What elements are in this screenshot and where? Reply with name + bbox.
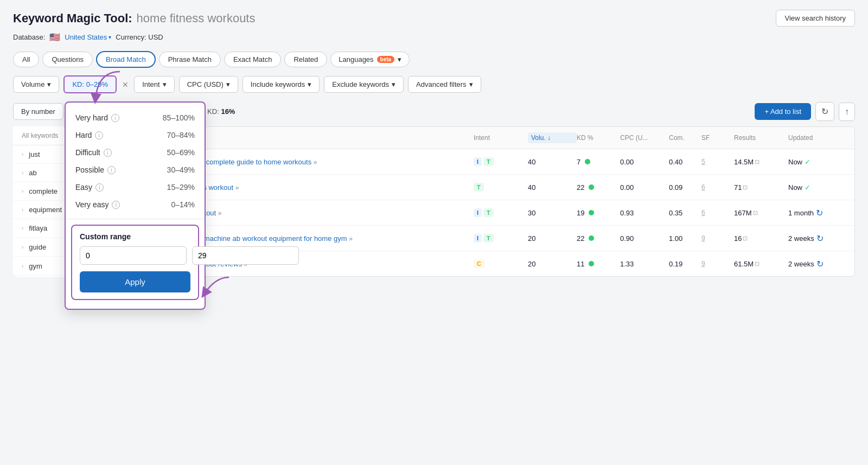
chevron-down-icon: ▾ — [226, 80, 230, 88]
col-com[interactable]: Com. — [669, 132, 701, 143]
kd-filter[interactable]: KD: 0–29% — [63, 75, 117, 93]
expand-icon: › — [22, 207, 23, 213]
kd-filter-close[interactable]: ✕ — [121, 80, 130, 89]
languages-label: Languages — [339, 55, 373, 63]
kd-option-very-easy[interactable]: Very easy i 0–14% — [66, 196, 205, 213]
intent-label: Intent — [142, 80, 160, 88]
info-icon[interactable]: i — [107, 166, 116, 174]
by-number-button[interactable]: By number — [13, 103, 63, 120]
app-title: Keyword Magic Tool: — [13, 11, 132, 26]
updated-value: Now ✓ — [788, 183, 848, 192]
cpc-value: 0.90 — [620, 234, 669, 243]
com-value: 0.09 — [669, 183, 701, 192]
app-query: home fitness workouts — [137, 11, 256, 26]
currency-label: Currency: USD — [116, 33, 163, 41]
database-value: United States — [65, 33, 107, 41]
custom-range-title: Custom range — [80, 232, 190, 241]
results-value: 14.5M ⊡ — [734, 158, 788, 166]
results-value: 167M ⊡ — [734, 209, 788, 217]
avg-kd: 16% — [221, 107, 235, 116]
sidebar-item-label: guide — [29, 243, 46, 251]
sidebar-item-label: equipment — [29, 206, 62, 214]
table-header: Keyword Intent Volu. ↓ KD % CPC (U... Co… — [106, 127, 854, 149]
kd-value: 19 — [577, 209, 620, 217]
col-results[interactable]: Results — [734, 132, 788, 143]
kd-option-easy[interactable]: Easy i 15–29% — [66, 179, 205, 196]
view-history-button[interactable]: View search history — [776, 10, 855, 27]
kd-option-hard[interactable]: Hard i 70–84% — [66, 126, 205, 144]
tab-related[interactable]: Related — [284, 52, 327, 67]
col-kd[interactable]: KD % — [577, 132, 620, 143]
advanced-filters[interactable]: Advanced filters ▾ — [408, 76, 481, 93]
advanced-filters-label: Advanced filters — [416, 80, 467, 88]
exclude-keywords-filter[interactable]: Exclude keywords ▾ — [324, 76, 404, 93]
volume-value: 20 — [528, 234, 577, 243]
volume-filter[interactable]: Volume ▾ — [13, 76, 59, 93]
intent-badges: T — [474, 183, 528, 192]
intent-badges: C — [474, 259, 528, 268]
volume-value: 40 — [528, 158, 577, 166]
info-icon[interactable]: i — [104, 149, 112, 157]
apply-button[interactable]: Apply — [80, 271, 190, 292]
tab-phrase-match[interactable]: Phrase Match — [159, 52, 221, 67]
kd-value: 7 — [577, 158, 620, 166]
kd-difficult-label: Difficult — [75, 148, 100, 157]
sidebar-item-label: ab — [29, 169, 36, 177]
database-selector[interactable]: United States ▾ — [65, 33, 111, 41]
export-button[interactable]: ↑ — [839, 103, 855, 121]
info-icon[interactable]: i — [112, 201, 120, 209]
col-sf[interactable]: SF — [701, 132, 734, 143]
kd-option-very-hard[interactable]: Very hard i 85–100% — [66, 109, 205, 126]
col-updated[interactable]: Updated — [788, 132, 848, 143]
kd-option-difficult[interactable]: Difficult i 50–69% — [66, 144, 205, 161]
info-icon[interactable]: i — [95, 183, 104, 192]
col-cpc[interactable]: CPC (U... — [620, 132, 669, 143]
results-value: 16 ⊡ — [734, 234, 788, 243]
intent-filter[interactable]: Intent ▾ — [134, 76, 175, 93]
us-flag-icon: 🇺🇸 — [49, 32, 60, 42]
cpc-label: CPC (USD) — [187, 80, 224, 88]
kd-option-possible[interactable]: Possible i 30–49% — [66, 161, 205, 179]
tab-questions[interactable]: Questions — [42, 52, 93, 67]
cpc-filter[interactable]: CPC (USD) ▾ — [179, 76, 238, 93]
kd-divider — [66, 219, 205, 219]
cpc-value: 1.33 — [620, 260, 669, 268]
languages-button[interactable]: Languages beta ▾ — [330, 52, 410, 67]
com-value: 0.35 — [669, 209, 701, 217]
volume-value: 30 — [528, 209, 577, 217]
sidebar-item-label: gym — [29, 262, 42, 270]
kd-very-easy-range: 0–14% — [171, 200, 195, 209]
table-row: ⊕ men's fitness the complete guide to ho… — [106, 149, 854, 175]
info-icon[interactable]: i — [95, 131, 103, 139]
kd-easy-label: Easy — [75, 183, 92, 192]
chevron-down-icon: ▾ — [392, 80, 395, 88]
results-value: 61.5M ⊡ — [734, 260, 788, 268]
kd-min-input[interactable] — [80, 246, 187, 265]
kd-hard-range: 70–84% — [167, 131, 195, 139]
include-keywords-filter[interactable]: Include keywords ▾ — [242, 76, 320, 93]
database-label: Database: — [13, 33, 45, 41]
expand-icon: › — [22, 151, 23, 157]
tab-exact-match[interactable]: Exact Match — [224, 52, 282, 67]
tab-broad-match[interactable]: Broad Match — [96, 51, 156, 68]
expand-icon: › — [22, 225, 23, 231]
kd-possible-label: Possible — [75, 165, 104, 174]
kd-max-input[interactable] — [192, 246, 299, 265]
intent-badges: IT — [474, 208, 528, 217]
include-keywords-label: Include keywords — [251, 80, 305, 88]
tab-all[interactable]: All — [13, 52, 39, 67]
refresh-button[interactable]: ↻ — [815, 102, 834, 121]
results-actions: + Add to list ↻ ↑ — [755, 102, 855, 121]
col-volume[interactable]: Volu. ↓ — [528, 132, 577, 143]
col-intent[interactable]: Intent — [474, 132, 528, 143]
sf-value: 9 — [701, 234, 734, 242]
chevron-down-icon: ▾ — [108, 34, 111, 40]
kd-possible-range: 30–49% — [167, 165, 195, 174]
sf-value: 6 — [701, 183, 734, 191]
com-value: 1.00 — [669, 234, 701, 243]
info-icon[interactable]: i — [111, 114, 119, 122]
updated-value: 1 month ↻ — [788, 208, 848, 218]
add-to-list-button[interactable]: + Add to list — [755, 103, 811, 120]
table-row: ⊕ just fit home workout » IT 30 19 0.93 … — [106, 200, 854, 226]
cpc-value: 0.00 — [620, 183, 669, 192]
